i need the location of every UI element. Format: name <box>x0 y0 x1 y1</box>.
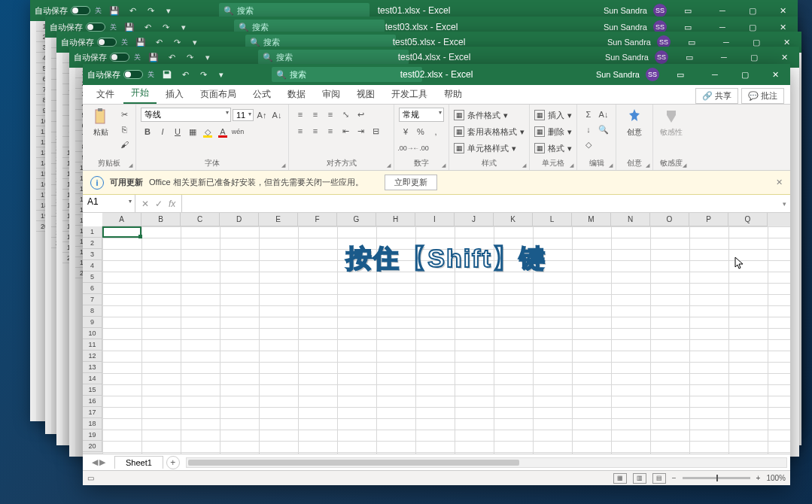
horizontal-scrollbar[interactable] <box>186 457 787 468</box>
name-box[interactable]: A1 <box>83 195 135 212</box>
row-header-7[interactable]: 7 <box>83 294 102 305</box>
col-header-A[interactable]: A <box>102 213 141 226</box>
qat-dropdown-icon[interactable]: ▾ <box>216 69 227 80</box>
fill-color-icon[interactable]: ◇ <box>201 125 214 138</box>
paste-button[interactable]: 粘贴 <box>87 108 114 138</box>
share-button[interactable]: 🔗 共享 <box>695 88 738 104</box>
row-header-9[interactable]: 9 <box>83 317 102 328</box>
col-header-Q[interactable]: Q <box>728 213 768 226</box>
sensitivity-button[interactable]: 敏感性 <box>658 108 685 138</box>
zoom-level[interactable]: 100% <box>766 474 786 482</box>
row-header-15[interactable]: 15 <box>83 384 102 396</box>
sort-filter-icon[interactable]: A↓ <box>597 108 610 121</box>
increase-decimal-icon[interactable]: .00→ <box>399 141 412 155</box>
row-header-6[interactable]: 6 <box>83 283 102 294</box>
decrease-decimal-icon[interactable]: ←.00 <box>414 141 427 155</box>
sheet-next-icon[interactable]: ▶ <box>99 457 105 467</box>
zoom-out-button[interactable]: − <box>672 474 677 482</box>
align-top-icon[interactable]: ≡ <box>293 108 307 121</box>
align-left-icon[interactable]: ≡ <box>293 124 307 138</box>
col-header-N[interactable]: N <box>611 213 650 226</box>
expand-formula-icon[interactable]: ▾ <box>778 195 790 212</box>
redo-icon[interactable]: ↷ <box>198 69 208 80</box>
col-header-M[interactable]: M <box>572 213 611 226</box>
font-color-icon[interactable]: A <box>216 125 230 138</box>
conditional-format-button[interactable]: ▦条件格式 ▾ <box>454 108 508 123</box>
row-header-19[interactable]: 19 <box>83 430 102 441</box>
underline-icon[interactable]: U <box>171 125 184 138</box>
wrap-text-icon[interactable]: ↩ <box>354 108 367 121</box>
copy-icon[interactable]: ⎘ <box>117 123 131 136</box>
tab-file[interactable]: 文件 <box>89 85 122 104</box>
row-header-3[interactable]: 3 <box>83 249 102 260</box>
decrease-indent-icon[interactable]: ⇤ <box>339 124 352 138</box>
user-block[interactable]: Sun Sandra SS ▭ <box>596 64 700 85</box>
tab-layout[interactable]: 页面布局 <box>193 85 244 104</box>
font-size-dropdown[interactable]: 11 <box>233 109 254 121</box>
row-header-17[interactable]: 17 <box>83 407 102 418</box>
page-break-view-button[interactable]: ▤ <box>652 473 666 484</box>
col-header-G[interactable]: G <box>337 213 376 226</box>
zoom-slider[interactable] <box>683 477 750 479</box>
col-header-I[interactable]: I <box>415 213 455 226</box>
find-icon[interactable]: 🔍 <box>597 123 610 136</box>
align-center-icon[interactable]: ≡ <box>309 124 322 138</box>
tab-formulas[interactable]: 公式 <box>245 85 278 104</box>
row-header-1[interactable]: 1 <box>83 226 102 238</box>
bold-icon[interactable]: B <box>141 125 154 138</box>
tab-view[interactable]: 视图 <box>349 85 382 104</box>
row-header-14[interactable]: 14 <box>83 373 102 384</box>
phonetic-icon[interactable]: wén <box>231 125 245 138</box>
search-box[interactable]: 🔍 搜索 <box>272 67 422 82</box>
col-header-E[interactable]: E <box>259 213 298 226</box>
border-icon[interactable]: ▦ <box>186 125 199 138</box>
ribbon-display-icon[interactable]: ▭ <box>665 64 695 85</box>
cells-area[interactable]: 按住【Shift】键 <box>102 226 790 454</box>
maximize-button[interactable]: ▢ <box>730 64 760 85</box>
row-header-11[interactable]: 11 <box>83 339 102 351</box>
autosave-toggle[interactable]: 自动保存 关 <box>87 69 154 80</box>
col-header-J[interactable]: J <box>455 213 494 226</box>
row-header-13[interactable]: 13 <box>83 362 102 373</box>
tab-insert[interactable]: 插入 <box>158 85 191 104</box>
increase-font-icon[interactable]: A↑ <box>255 108 269 122</box>
align-middle-icon[interactable]: ≡ <box>309 108 322 121</box>
tab-home[interactable]: 开始 <box>123 83 157 104</box>
formula-bar[interactable] <box>181 195 778 212</box>
col-header-B[interactable]: B <box>141 213 181 226</box>
row-header-20[interactable]: 20 <box>83 441 102 452</box>
comments-button[interactable]: 💬 批注 <box>741 88 784 104</box>
col-header-H[interactable]: H <box>376 213 415 226</box>
autosum-icon[interactable]: Σ <box>582 108 595 121</box>
align-right-icon[interactable]: ≡ <box>324 124 337 138</box>
insert-cells-button[interactable]: ▦插入 ▾ <box>534 108 572 123</box>
align-bottom-icon[interactable]: ≡ <box>324 108 337 121</box>
tab-help[interactable]: 帮助 <box>436 85 470 104</box>
tab-dev[interactable]: 开发工具 <box>384 85 435 104</box>
row-header-2[interactable]: 2 <box>83 238 102 249</box>
sheet-tab-1[interactable]: Sheet1 <box>114 456 163 469</box>
orientation-icon[interactable]: ⤡ <box>339 108 352 121</box>
row-header-18[interactable]: 18 <box>83 418 102 430</box>
page-layout-view-button[interactable]: ▥ <box>633 473 646 484</box>
format-cells-button[interactable]: ▦格式 ▾ <box>534 141 572 156</box>
italic-icon[interactable]: I <box>156 125 169 138</box>
row-header-12[interactable]: 12 <box>83 351 102 362</box>
row-header-16[interactable]: 16 <box>83 396 102 407</box>
infobar-close-icon[interactable]: ✕ <box>776 178 783 187</box>
fx-icon[interactable]: fx <box>169 199 175 209</box>
update-now-button[interactable]: 立即更新 <box>385 175 437 190</box>
format-as-table-button[interactable]: ▦套用表格格式 ▾ <box>454 124 525 139</box>
save-icon[interactable] <box>162 69 172 80</box>
col-header-P[interactable]: P <box>689 213 728 226</box>
tab-data[interactable]: 数据 <box>280 85 313 104</box>
currency-icon[interactable]: ¥ <box>399 125 412 138</box>
col-header-O[interactable]: O <box>650 213 689 226</box>
increase-indent-icon[interactable]: ⇥ <box>354 124 367 138</box>
col-header-C[interactable]: C <box>181 213 220 226</box>
merge-icon[interactable]: ⊟ <box>369 124 382 138</box>
sheet-prev-icon[interactable]: ◀ <box>92 457 98 467</box>
cancel-fx-icon[interactable]: ✕ <box>141 199 149 209</box>
col-header-K[interactable]: K <box>494 213 533 226</box>
col-header-L[interactable]: L <box>533 213 572 226</box>
